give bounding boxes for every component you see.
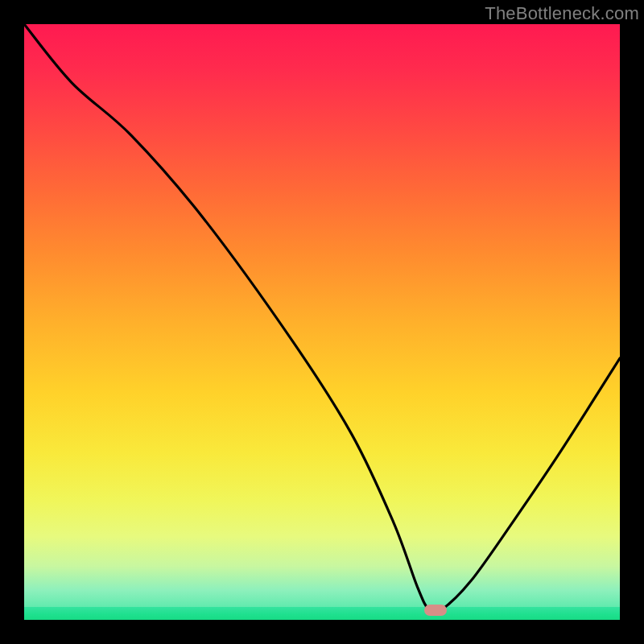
bottleneck-curve: [24, 24, 620, 620]
chart-container: TheBottleneck.com: [0, 0, 644, 644]
attribution-text: TheBottleneck.com: [485, 3, 639, 24]
optimal-marker: [424, 605, 447, 616]
curve-path: [24, 24, 620, 613]
plot-area: [24, 24, 620, 620]
